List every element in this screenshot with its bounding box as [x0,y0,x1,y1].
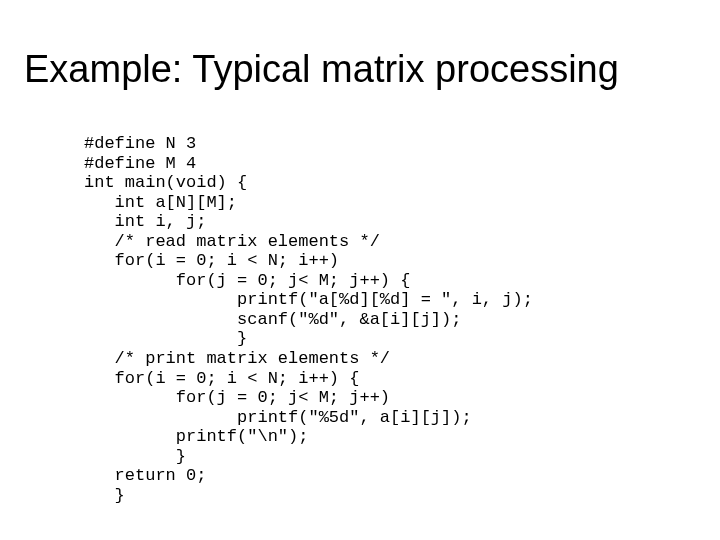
code-block: #define N 3 #define M 4 int main(void) {… [84,134,533,505]
slide-title: Example: Typical matrix processing [24,48,696,91]
slide: Example: Typical matrix processing #defi… [0,0,720,540]
